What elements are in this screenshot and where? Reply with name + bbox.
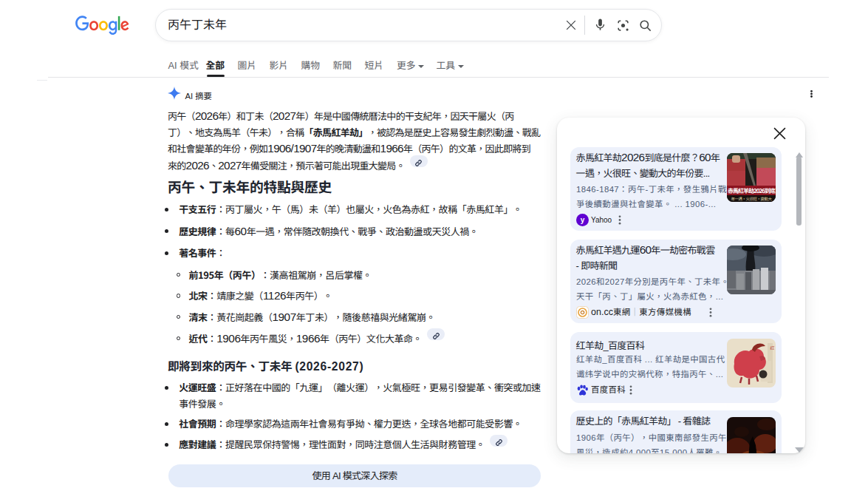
svg-text:红: 红 bbox=[770, 345, 775, 351]
svg-text:赤馬紅羊劫2026到底: 赤馬紅羊劫2026到底 bbox=[728, 186, 776, 194]
svg-text:y: y bbox=[580, 216, 584, 224]
svg-text:年一遇·火很旺·變動大: 年一遇·火很旺·變動大 bbox=[731, 196, 772, 202]
